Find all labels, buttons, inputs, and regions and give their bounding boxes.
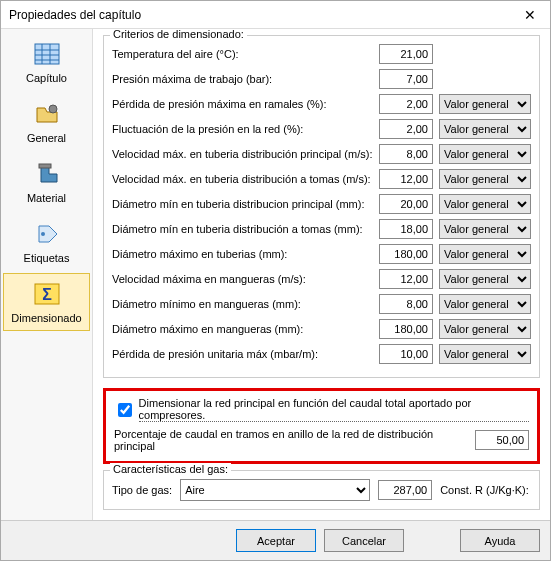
- svg-point-6: [49, 105, 57, 113]
- content-pane: Criterios de dimensionado: Temperatura d…: [93, 29, 550, 520]
- criteria-scope-select[interactable]: Valor general: [439, 194, 531, 214]
- criteria-row: Fluctuación de la presión en la red (%):…: [112, 119, 531, 139]
- dimension-by-compressors-checkbox[interactable]: [118, 403, 132, 417]
- sidebar-item-capitulo[interactable]: Capítulo: [3, 33, 90, 91]
- criteria-value-input[interactable]: [379, 169, 433, 189]
- criteria-row: Diámetro mín en tuberia distribucion pri…: [112, 194, 531, 214]
- criteria-row: Pérdida de presión máxima en ramales (%)…: [112, 94, 531, 114]
- criteria-label: Velocidad máx. en tuberia distribución a…: [112, 173, 373, 185]
- criteria-row: Velocidad máxima en mangueras (m/s):Valo…: [112, 269, 531, 289]
- criteria-row: Diámetro máximo en tuberias (mm):Valor g…: [112, 244, 531, 264]
- sidebar: Capítulo General Material Etiquetas: [1, 29, 93, 520]
- tools-icon: [31, 98, 63, 130]
- pct-input[interactable]: [475, 430, 529, 450]
- criteria-value-input[interactable]: [379, 119, 433, 139]
- help-button[interactable]: Ayuda: [460, 529, 540, 552]
- criteria-label: Presión máxima de trabajo (bar):: [112, 73, 373, 85]
- svg-text:Σ: Σ: [42, 286, 52, 303]
- criteria-scope-select[interactable]: Valor general: [439, 344, 531, 364]
- criteria-value-input[interactable]: [379, 269, 433, 289]
- dialog-window: Propiedades del capítulo ✕ Capítulo Gene…: [0, 0, 551, 561]
- criteria-row: Diámetro mín en tuberia distribución a t…: [112, 219, 531, 239]
- criteria-scope-select[interactable]: Valor general: [439, 294, 531, 314]
- accept-button[interactable]: Aceptar: [236, 529, 316, 552]
- criteria-scope-select[interactable]: Valor general: [439, 169, 531, 189]
- criteria-scope-select[interactable]: Valor general: [439, 244, 531, 264]
- dialog-body: Capítulo General Material Etiquetas: [1, 29, 550, 520]
- criteria-row: Pérdida de presión unitaria máx (mbar/m)…: [112, 344, 531, 364]
- criteria-row: Temperatura del aire (°C):: [112, 44, 531, 64]
- criteria-value-input[interactable]: [379, 194, 433, 214]
- close-icon: ✕: [524, 7, 536, 23]
- criteria-label: Fluctuación de la presión en la red (%):: [112, 123, 373, 135]
- svg-rect-0: [35, 44, 59, 64]
- criteria-row: Diámetro mínimo en mangueras (mm):Valor …: [112, 294, 531, 314]
- sidebar-item-etiquetas[interactable]: Etiquetas: [3, 213, 90, 271]
- criteria-value-input[interactable]: [379, 219, 433, 239]
- sidebar-item-dimensionado[interactable]: Σ Dimensionado: [3, 273, 90, 331]
- gas-type-label: Tipo de gas:: [112, 484, 172, 496]
- criteria-label: Pérdida de presión máxima en ramales (%)…: [112, 98, 373, 110]
- criteria-scope-select[interactable]: Valor general: [439, 269, 531, 289]
- window-title: Propiedades del capítulo: [9, 8, 510, 22]
- titlebar: Propiedades del capítulo ✕: [1, 1, 550, 29]
- criteria-scope-select[interactable]: Valor general: [439, 219, 531, 239]
- gas-type-select[interactable]: Aire: [180, 479, 370, 501]
- gas-legend: Características del gas:: [110, 463, 231, 475]
- criteria-row: Velocidad máx. en tuberia distribución a…: [112, 169, 531, 189]
- chapter-icon: [31, 38, 63, 70]
- criteria-value-input[interactable]: [379, 94, 433, 114]
- criteria-legend: Criterios de dimensionado:: [110, 29, 247, 40]
- criteria-label: Diámetro máximo en tuberias (mm):: [112, 248, 373, 260]
- tag-icon: [31, 218, 63, 250]
- criteria-scope-select[interactable]: Valor general: [439, 94, 531, 114]
- gas-group: Características del gas: Tipo de gas: Ai…: [103, 470, 540, 510]
- criteria-label: Diámetro mínimo en mangueras (mm):: [112, 298, 373, 310]
- criteria-value-input[interactable]: [379, 69, 433, 89]
- criteria-label: Diámetro máximo en mangueras (mm):: [112, 323, 373, 335]
- criteria-value-input[interactable]: [379, 144, 433, 164]
- sidebar-item-label: Etiquetas: [24, 252, 70, 264]
- highlight-box: Dimensionar la red principal en función …: [103, 388, 540, 464]
- criteria-scope-select[interactable]: Valor general: [439, 144, 531, 164]
- sidebar-item-label: Material: [27, 192, 66, 204]
- sidebar-item-label: Dimensionado: [11, 312, 81, 324]
- criteria-row: Velocidad máx. en tuberia distribución p…: [112, 144, 531, 164]
- sidebar-item-general[interactable]: General: [3, 93, 90, 151]
- gas-const-input[interactable]: [378, 480, 432, 500]
- sidebar-item-label: Capítulo: [26, 72, 67, 84]
- svg-point-8: [41, 232, 45, 236]
- criteria-value-input[interactable]: [379, 344, 433, 364]
- criteria-row: Presión máxima de trabajo (bar):: [112, 69, 531, 89]
- criteria-row: Diámetro máximo en mangueras (mm):Valor …: [112, 319, 531, 339]
- pipe-icon: [31, 158, 63, 190]
- criteria-label: Pérdida de presión unitaria máx (mbar/m)…: [112, 348, 373, 360]
- criteria-label: Velocidad máx. en tuberia distribución p…: [112, 148, 373, 160]
- sidebar-item-label: General: [27, 132, 66, 144]
- dialog-footer: Aceptar Cancelar Ayuda: [1, 520, 550, 560]
- criteria-scope-select[interactable]: Valor general: [439, 319, 531, 339]
- criteria-label: Diámetro mín en tuberia distribución a t…: [112, 223, 373, 235]
- criteria-value-input[interactable]: [379, 319, 433, 339]
- criteria-value-input[interactable]: [379, 44, 433, 64]
- svg-rect-7: [39, 164, 51, 168]
- criteria-label: Diámetro mín en tuberia distribucion pri…: [112, 198, 373, 210]
- gas-const-label: Const. R (J/Kg·K):: [440, 484, 529, 496]
- criteria-label: Velocidad máxima en mangueras (m/s):: [112, 273, 373, 285]
- checkbox-label: Dimensionar la red principal en función …: [139, 397, 529, 422]
- criteria-group: Criterios de dimensionado: Temperatura d…: [103, 35, 540, 378]
- pct-label: Porcentaje de caudal en tramos en anillo…: [114, 428, 469, 452]
- sigma-icon: Σ: [31, 278, 63, 310]
- criteria-value-input[interactable]: [379, 244, 433, 264]
- sidebar-item-material[interactable]: Material: [3, 153, 90, 211]
- close-button[interactable]: ✕: [510, 1, 550, 29]
- criteria-value-input[interactable]: [379, 294, 433, 314]
- pct-row: Porcentaje de caudal en tramos en anillo…: [114, 428, 529, 452]
- criteria-label: Temperatura del aire (°C):: [112, 48, 373, 60]
- gas-row: Tipo de gas: Aire Const. R (J/Kg·K):: [112, 479, 531, 501]
- cancel-button[interactable]: Cancelar: [324, 529, 404, 552]
- criteria-scope-select[interactable]: Valor general: [439, 119, 531, 139]
- checkbox-row: Dimensionar la red principal en función …: [114, 397, 529, 422]
